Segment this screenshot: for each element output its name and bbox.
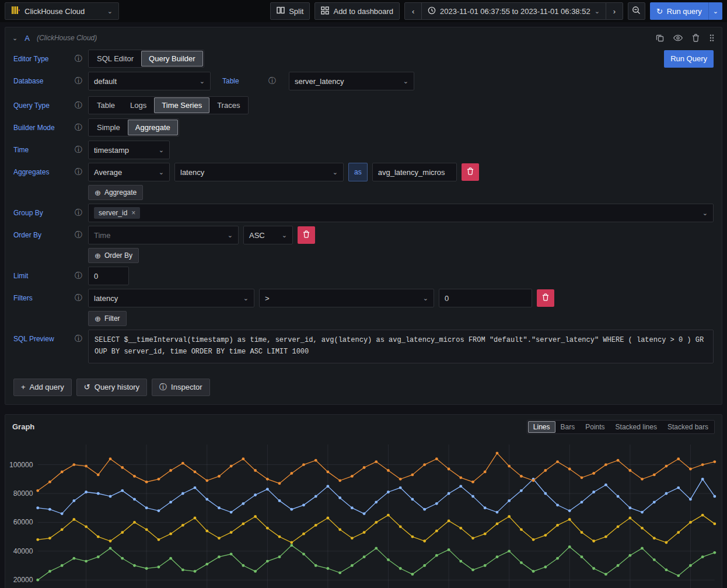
clickhouse-logo: [11, 6, 20, 16]
editor-type-option-query-builder[interactable]: Query Builder: [141, 51, 202, 66]
info-icon[interactable]: ⓘ: [75, 54, 82, 64]
add-order-by-row: ⊕ Order By: [88, 248, 714, 263]
info-icon[interactable]: ⓘ: [75, 100, 82, 111]
query-type-option-table[interactable]: Table: [89, 97, 123, 113]
group-by-tag[interactable]: server_id ×: [94, 207, 140, 219]
add-to-dashboard-label: Add to dashboard: [333, 7, 393, 16]
limit-value: 0: [94, 272, 98, 281]
limit-label-cell: Limit ⓘ: [13, 267, 82, 285]
query-type-option-logs[interactable]: Logs: [123, 97, 154, 113]
graph-mode-points[interactable]: Points: [580, 421, 610, 433]
aggregate-function-select[interactable]: Average ⌄: [88, 163, 170, 181]
add-aggregate-label: Aggregate: [104, 188, 137, 197]
collapse-chevron-icon[interactable]: ⌄: [12, 35, 18, 41]
duplicate-query-icon[interactable]: [656, 34, 664, 42]
time-shift-forward-button[interactable]: ›: [606, 2, 623, 20]
database-select[interactable]: default ⌄: [88, 72, 211, 90]
chevron-down-icon: ⌄: [159, 169, 164, 176]
builder-mode-option-simple[interactable]: Simple: [89, 120, 128, 135]
plus-icon: +: [21, 383, 26, 391]
group-by-multiselect[interactable]: server_id × ⌄: [88, 204, 714, 222]
chevron-down-icon: ⌄: [243, 295, 249, 302]
query-history-button[interactable]: ↺ Query history: [76, 379, 147, 396]
split-button[interactable]: Split: [270, 2, 310, 20]
hide-query-eye-icon[interactable]: [673, 34, 683, 42]
chevron-down-icon: ⌄: [423, 295, 428, 302]
info-icon[interactable]: ⓘ: [75, 230, 82, 240]
add-filter-button[interactable]: ⊕ Filter: [88, 311, 127, 326]
time-shift-back-button[interactable]: ‹: [404, 2, 422, 20]
add-order-by-label: Order By: [104, 251, 132, 260]
order-by-row: Order By ⓘ Time ⌄ ASC ⌄: [13, 226, 714, 244]
remove-filter-button[interactable]: [537, 289, 554, 307]
datasource-label: ClickHouse Cloud: [25, 7, 85, 16]
run-query-inline-button[interactable]: Run Query: [664, 50, 714, 68]
time-label: Time: [13, 146, 29, 154]
time-range-picker[interactable]: 2023-11-01 06:37:55 to 2023-11-01 06:38:…: [421, 2, 606, 20]
info-icon[interactable]: ⓘ: [75, 334, 82, 344]
info-icon[interactable]: ⓘ: [75, 123, 82, 133]
remove-order-by-button[interactable]: [298, 226, 315, 244]
add-to-dashboard-button[interactable]: Add to dashboard: [314, 2, 400, 20]
graph-canvas[interactable]: 2000040000600008000010000006:38:0006:38:…: [5, 436, 722, 588]
filter-value-input[interactable]: 0: [439, 289, 532, 307]
chevron-down-icon: ⌄: [282, 232, 287, 239]
inspector-button[interactable]: ⓘ Inspector: [152, 379, 209, 396]
editor-type-toggle: SQL Editor Query Builder: [88, 50, 204, 68]
database-label: Database: [13, 77, 43, 85]
info-circle-icon: ⓘ: [159, 382, 167, 393]
info-icon[interactable]: ⓘ: [75, 293, 82, 303]
aggregate-column-select[interactable]: latency ⌄: [174, 163, 344, 181]
table-select[interactable]: server_latency ⌄: [289, 72, 414, 90]
limit-input[interactable]: 0: [88, 267, 129, 285]
trash-icon: [467, 167, 474, 177]
graph-mode-stacked-lines[interactable]: Stacked lines: [610, 421, 662, 433]
table-label-cell: Table ⓘ: [222, 76, 276, 86]
trash-icon: [303, 230, 310, 240]
info-icon[interactable]: ⓘ: [75, 271, 82, 281]
datasource-picker[interactable]: ClickHouse Cloud ⌄: [5, 2, 119, 20]
group-by-label: Group By: [13, 209, 43, 217]
query-builder-form: Editor Type ⓘ SQL Editor Query Builder R…: [5, 48, 722, 363]
order-by-field-value: Time: [94, 231, 110, 240]
order-by-direction-select[interactable]: ASC ⌄: [243, 226, 293, 244]
add-order-by-button[interactable]: ⊕ Order By: [88, 248, 139, 263]
editor-type-label-cell: Editor Type ⓘ: [13, 50, 82, 68]
info-icon[interactable]: ⓘ: [75, 208, 82, 218]
chevron-down-icon: ⌄: [595, 8, 600, 15]
info-icon[interactable]: ⓘ: [75, 145, 82, 155]
query-type-option-traces[interactable]: Traces: [209, 97, 247, 113]
aggregate-alias-input[interactable]: avg_latency_micros: [372, 163, 457, 181]
zoom-out-icon: [632, 6, 641, 16]
time-column-select[interactable]: timestamp ⌄: [88, 141, 170, 159]
run-query-button[interactable]: ↻ Run query: [650, 2, 708, 20]
remove-aggregate-button[interactable]: [462, 163, 479, 181]
remove-tag-icon[interactable]: ×: [131, 209, 135, 217]
dashboard-grid-icon: [321, 6, 329, 16]
info-icon[interactable]: ⓘ: [75, 167, 82, 177]
filters-label-cell: Filters ⓘ: [13, 289, 82, 307]
info-icon[interactable]: ⓘ: [75, 76, 82, 86]
run-query-interval-dropdown[interactable]: ⌄: [708, 2, 722, 20]
graph-mode-lines[interactable]: Lines: [528, 421, 555, 433]
zoom-out-button[interactable]: [628, 2, 645, 20]
order-by-label-cell: Order By ⓘ: [13, 226, 82, 244]
builder-mode-label: Builder Mode: [13, 124, 55, 132]
builder-mode-option-aggregate[interactable]: Aggregate: [128, 120, 178, 135]
query-type-option-time-series[interactable]: Time Series: [154, 97, 209, 113]
drag-handle-icon[interactable]: [709, 34, 715, 42]
add-query-button[interactable]: + Add query: [13, 379, 72, 396]
editor-type-option-sql-editor[interactable]: SQL Editor: [89, 51, 141, 66]
filter-column-select[interactable]: latency ⌄: [88, 289, 254, 307]
graph-mode-bars[interactable]: Bars: [555, 421, 581, 433]
add-aggregate-button[interactable]: ⊕ Aggregate: [88, 185, 143, 200]
builder-mode-label-cell: Builder Mode ⓘ: [13, 118, 82, 137]
graph-mode-stacked-bars[interactable]: Stacked bars: [662, 421, 714, 433]
remove-query-trash-icon[interactable]: [692, 34, 700, 42]
graph-header: Graph Lines Bars Points Stacked lines St…: [5, 415, 722, 436]
filter-operator-select[interactable]: > ⌄: [259, 289, 434, 307]
info-icon[interactable]: ⓘ: [268, 76, 276, 86]
order-by-field-select[interactable]: Time ⌄: [88, 226, 239, 244]
topbar: ClickHouse Cloud ⌄ Split Add to dashboar…: [0, 0, 727, 22]
add-aggregate-row: ⊕ Aggregate: [88, 185, 714, 200]
